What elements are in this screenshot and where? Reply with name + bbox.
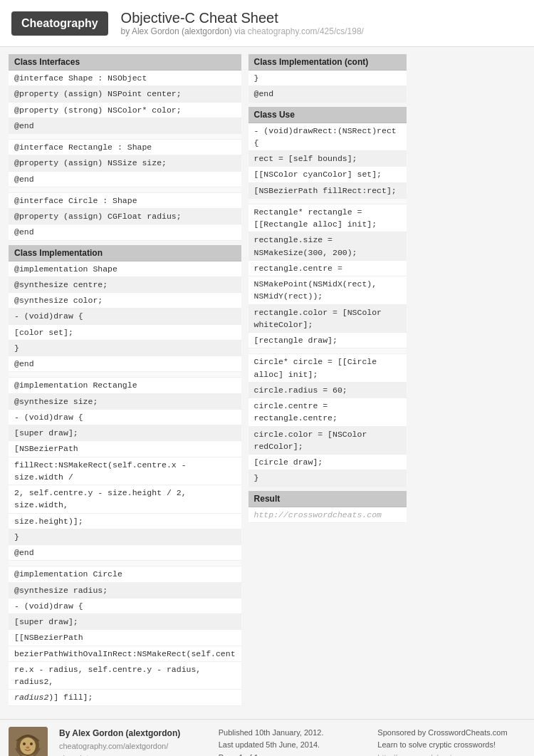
code-line: circle.radius = 60; [248, 383, 407, 398]
code-line: [[NSBezierPath [9, 630, 241, 646]
code-line: [[NSColor cyanColor] set]; [248, 167, 407, 182]
code-line: @property (assign) NSSize size; [9, 155, 241, 171]
via-label: via [234, 26, 248, 36]
code-line: @end [9, 224, 241, 240]
logo: Cheatography [11, 11, 108, 36]
footer-author-col: By Alex Gordon (alextgordon) cheatograph… [59, 727, 207, 757]
code-line: @implementation Shape [9, 262, 241, 277]
sponsor-tagline: Learn to solve cryptic crosswords! [377, 739, 525, 752]
header-subtitle: by Alex Gordon (alextgordon) via cheatog… [121, 26, 364, 36]
code-line: [NSBezierPath [9, 441, 241, 457]
code-spacer [248, 348, 407, 354]
footer-author-name: By Alex Gordon (alextgordon) [59, 727, 207, 740]
code-line: circle.color = [NSColor redColor]; [248, 427, 407, 455]
code-line: NSMakePoint(NSMidX(rect), NSMidY(rect)); [248, 276, 407, 305]
section-class-impl-cont: Class Implementation (cont) [248, 54, 407, 71]
section-class-implementation: Class Implementation [9, 245, 241, 262]
code-line: [circle draw]; [248, 455, 407, 470]
footer-page: Page 1 of 1. [219, 752, 367, 756]
avatar [9, 727, 48, 757]
code-line: - (void)draw { [9, 410, 241, 425]
code-line: [NSBezierPath fillRect:rect]; [248, 183, 407, 199]
code-line: @implementation Circle [9, 566, 241, 582]
code-line: } [248, 71, 407, 86]
footer-sponsor-col: Sponsored by CrosswordCheats.com Learn t… [377, 727, 525, 757]
code-line: @end [9, 172, 241, 187]
code-line: circle.centre = rectangle.centre; [248, 398, 407, 427]
footer: By Alex Gordon (alextgordon) cheatograph… [0, 719, 534, 757]
svg-point-2 [20, 737, 36, 755]
code-line: rectangle.centre = [248, 261, 407, 276]
sponsor-name-text: CrosswordCheats.com [428, 728, 507, 737]
code-line: re.x - radius, self.centre.y - radius, r… [9, 662, 241, 690]
code-line: @end [248, 86, 407, 102]
code-line: size.height)]; [9, 514, 241, 529]
code-line: Circle* circle = [[Circle alloc] init]; [248, 354, 407, 383]
footer-updated: Last updated 5th June, 2014. [219, 739, 367, 752]
code-line: @property (assign) NSPoint center; [9, 86, 241, 102]
code-line: - (void)drawRect:(NSRect)rect { [248, 123, 407, 152]
footer-sponsor-label: Sponsored by CrosswordCheats.com [377, 727, 525, 740]
code-line: @end [9, 118, 241, 134]
footer-author-link2[interactable]: chocolatapp.com [59, 752, 207, 756]
code-line: [rectangle draw]; [248, 333, 407, 348]
code-line: - (void)draw { [9, 599, 241, 614]
code-line: rect = [self bounds]; [248, 151, 407, 167]
code-line: } [248, 470, 407, 486]
code-line: @property (strong) NSColor* color; [9, 103, 241, 118]
code-line: [color set]; [9, 325, 241, 341]
footer-info-col: Published 10th January, 2012. Last updat… [219, 727, 367, 757]
svg-point-4 [30, 742, 33, 745]
code-line: @implementation Rectangle [9, 378, 241, 393]
code-spacer [248, 199, 407, 204]
author-name: Alex Gordon (alextgordon) [132, 26, 232, 36]
code-spacer [9, 134, 241, 140]
by-label: by [121, 26, 130, 36]
code-line: fillRect:NSMakeRect(self.centre.x - size… [9, 457, 241, 486]
code-line: [super draw]; [9, 425, 241, 441]
section-result: Result [248, 491, 407, 507]
code-line: rectangle.color = [NSColor whiteColor]; [248, 305, 407, 333]
header-title-block: Objective-C Cheat Sheet by Alex Gordon (… [121, 10, 364, 36]
code-line: @interface Rectangle : Shape [9, 140, 241, 155]
code-line: @synthesize centre; [9, 277, 241, 293]
code-line: radius2)] fill]; [9, 690, 241, 705]
code-line: @end [9, 545, 241, 561]
main-content: Class Interfaces @interface Shape : NSOb… [0, 47, 534, 713]
page-title: Objective-C Cheat Sheet [121, 10, 364, 26]
result-link[interactable]: http://crosswordcheats.com [248, 507, 407, 523]
code-line: } [9, 341, 241, 356]
code-line: [super draw]; [9, 614, 241, 630]
right-column: Class Implementation (cont) } @end Class… [248, 54, 407, 706]
site-link[interactable]: cheatography.com/425/cs/198/ [248, 26, 364, 36]
code-spacer [9, 372, 241, 378]
footer-published: Published 10th January, 2012. [219, 727, 367, 740]
code-line: @interface Shape : NSObject [9, 71, 241, 86]
code-line: bezierPathWithOvalInRect:NSMakeRect(self… [9, 646, 241, 662]
code-spacer [9, 561, 241, 566]
code-line: @end [9, 356, 241, 372]
code-line: 2, self.centre.y - size.height / 2, size… [9, 485, 241, 514]
footer-author-link1[interactable]: cheatography.com/alextgordon/ [59, 740, 207, 753]
sponsor-site[interactable]: http://crosswordcheats.com [377, 752, 525, 756]
sponsor-label-text: Sponsored by [377, 728, 426, 737]
svg-point-3 [23, 742, 26, 745]
code-line: @synthesize size; [9, 394, 241, 410]
code-line: } [9, 529, 241, 545]
code-line: @interface Circle : Shape [9, 193, 241, 209]
section-class-interfaces: Class Interfaces [9, 54, 241, 71]
code-line: rectangle.size = NSMakeSize(300, 200); [248, 232, 407, 261]
code-line: @property (assign) CGFloat radius; [9, 209, 241, 224]
code-line: - (void)draw { [9, 309, 241, 324]
svg-point-5 [26, 746, 30, 748]
code-line: @synthesize radius; [9, 583, 241, 599]
header: Cheatography Objective-C Cheat Sheet by … [0, 0, 534, 47]
code-line: @synthesize color; [9, 293, 241, 309]
left-column: Class Interfaces @interface Shape : NSOb… [9, 54, 241, 706]
code-spacer [9, 187, 241, 193]
section-class-use: Class Use [248, 107, 407, 123]
code-line: Rectangle* rectangle = [[Rectangle alloc… [248, 204, 407, 233]
